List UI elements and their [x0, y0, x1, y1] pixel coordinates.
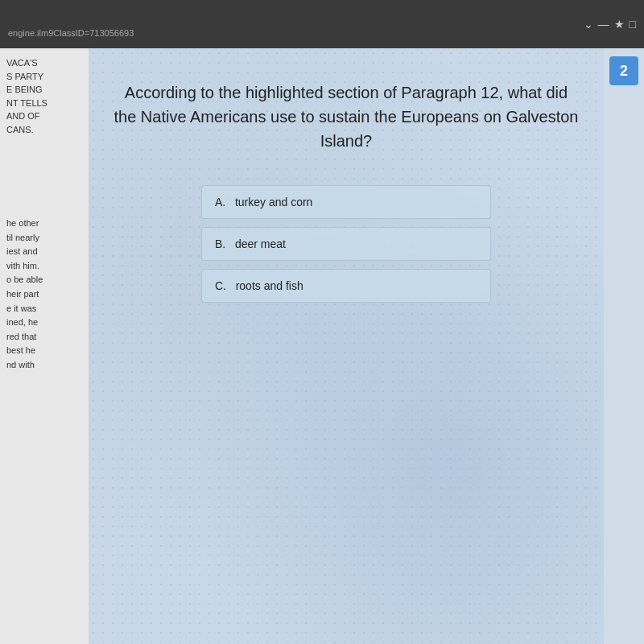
browser-chrome: engine.ilm9ClassID=713056693 ⌄ — ★ □ [0, 0, 644, 48]
close-button[interactable]: □ [630, 18, 636, 31]
sidebar-top-text: VACA'S S PARTY E BEING NT TELLS AND OF C… [6, 56, 82, 136]
sidebar-lower-line-7: e it was [6, 302, 82, 316]
answer-option-a[interactable]: A. turkey and corn [201, 185, 491, 219]
answer-label-b: B. [215, 237, 225, 250]
question-text: According to the highlighted section of … [113, 80, 580, 153]
sidebar-line-3: E BEING [6, 83, 82, 97]
sidebar-line-2: S PARTY [6, 70, 82, 84]
minimize-window-button[interactable]: — [598, 18, 609, 31]
sidebar-bottom-text: he other til nearly iest and vith him. o… [6, 217, 82, 373]
url-bar: engine.ilm9ClassID=713056693 [8, 28, 134, 38]
answer-label-a: A. [215, 196, 225, 208]
answers-container: A. turkey and corn B. deer meat C. roots… [201, 185, 491, 303]
sidebar-line-4: NT TELLS [6, 97, 82, 110]
answer-text-b: deer meat [235, 237, 286, 250]
browser-controls[interactable]: ⌄ — ★ □ [584, 18, 636, 31]
answer-text-c: roots and fish [236, 279, 303, 292]
sidebar-lower-line-8: ined, he [6, 316, 82, 330]
sidebar-line-6: CANS. [6, 123, 82, 137]
sidebar-lower-line-5: o be able [6, 273, 82, 287]
minimize-button[interactable]: ⌄ [584, 18, 593, 31]
sidebar-lower-line-1: he other [6, 217, 82, 231]
main-area: VACA'S S PARTY E BEING NT TELLS AND OF C… [0, 48, 644, 644]
sidebar-lower-line-6: heir part [6, 287, 82, 302]
sidebar-lower-line-10: best he [6, 344, 82, 358]
sidebar-lower-line-9: red that [6, 330, 82, 345]
sidebar-line-5: AND OF [6, 109, 82, 123]
sidebar-line-1: VACA'S [6, 56, 82, 70]
question-panel: According to the highlighted section of … [89, 48, 604, 644]
sidebar-lower-line-2: til nearly [6, 231, 82, 246]
maximize-button[interactable]: ★ [614, 18, 625, 31]
answer-option-b[interactable]: B. deer meat [201, 227, 491, 261]
answer-option-c[interactable]: C. roots and fish [201, 269, 491, 303]
left-sidebar: VACA'S S PARTY E BEING NT TELLS AND OF C… [0, 48, 89, 644]
answer-label-c: C. [215, 279, 226, 292]
sidebar-lower-line-3: iest and [6, 245, 82, 259]
page-number-badge: 2 [609, 56, 638, 85]
sidebar-lower-line-4: vith him. [6, 259, 82, 274]
right-sidebar: 2 [604, 48, 644, 644]
answer-text-a: turkey and corn [235, 196, 313, 208]
sidebar-lower-line-11: nd with [6, 358, 82, 373]
